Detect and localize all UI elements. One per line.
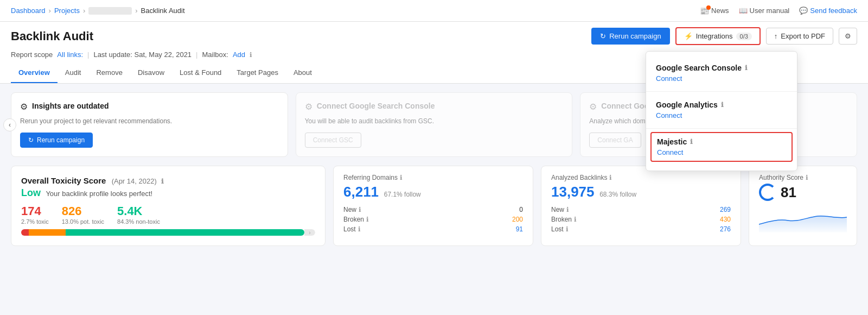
majestic-info-icon[interactable]: ℹ <box>690 138 693 146</box>
page-title: Backlink Audit <box>11 29 93 43</box>
insights-card-header: ⚙ Insights are outdated <box>20 102 279 112</box>
toxicity-red-label: 2.7% toxic <box>21 218 49 225</box>
tab-audit[interactable]: Audit <box>58 63 89 83</box>
connect-ga-button[interactable]: Connect GA <box>589 133 641 148</box>
toxicity-low-label: Low <box>21 187 41 198</box>
send-feedback-link[interactable]: 💬 Send feedback <box>799 7 857 15</box>
header-area: Backlink Audit ↻ Rerun campaign ⚡ Integr… <box>0 22 868 84</box>
header-actions: ↻ Rerun campaign ⚡ Integrations 0/3 ↑ Ex… <box>591 27 857 45</box>
ga-info-icon[interactable]: ℹ <box>721 101 724 109</box>
analyzed-backlinks-sub: 68.3% follow <box>599 191 636 198</box>
tab-disavow[interactable]: Disavow <box>130 63 172 83</box>
majestic-title-text: Majestic <box>657 137 687 146</box>
rerun-campaign-card-button[interactable]: ↻ Rerun campaign <box>20 133 93 148</box>
analyzed-backlinks-title: Analyzed Backlinks ℹ <box>551 174 731 181</box>
toxicity-info-icon[interactable]: ℹ <box>161 178 164 185</box>
rerun-campaign-button[interactable]: ↻ Rerun campaign <box>591 28 669 45</box>
referring-domains-info-icon[interactable]: ℹ <box>400 174 403 181</box>
ab-row-broken: Broken ℹ 430 <box>551 215 731 224</box>
gsc-connect-card-header: ⚙ Connect Google Search Console <box>305 102 564 112</box>
toxicity-title: Overall Toxicity Score (Apr 14, 2022) ℹ <box>21 176 315 185</box>
toxicity-stat-teal: 5.4K 84.3% non-toxic <box>117 204 160 225</box>
bottom-row: Overall Toxicity Score (Apr 14, 2022) ℹ … <box>11 166 857 246</box>
breadcrumb-sep2: › <box>83 7 85 15</box>
toxicity-stat-red: 174 2.7% toxic <box>21 204 49 225</box>
report-scope-link[interactable]: All links: <box>57 51 83 59</box>
gsc-connect-card: ⚙ Connect Google Search Console You will… <box>296 92 573 157</box>
ab-new-info[interactable]: ℹ <box>566 206 569 213</box>
news-link[interactable]: 📰 News <box>700 7 729 15</box>
rd-lost-info[interactable]: ℹ <box>358 225 361 233</box>
tab-target-pages[interactable]: Target Pages <box>229 63 286 83</box>
news-dot <box>706 5 711 10</box>
rd-broken-label-text: Broken <box>343 216 364 223</box>
ga-title-text: Google Analytics <box>656 100 718 109</box>
export-pdf-button[interactable]: ↑ Export to PDF <box>766 28 833 45</box>
send-feedback-label: Send feedback <box>810 7 857 15</box>
gsc-info-icon[interactable]: ℹ <box>745 64 748 72</box>
settings-button[interactable]: ⚙ <box>839 28 857 45</box>
dropdown-divider-2 <box>646 128 797 129</box>
ab-lost-label: Lost ℹ <box>551 225 569 233</box>
ab-broken-info[interactable]: ℹ <box>574 216 577 223</box>
stats-area: Referring Domains ℹ 6,211 67.1% follow N… <box>333 166 857 246</box>
rd-lost-value: 91 <box>516 225 523 233</box>
connect-gsc-button[interactable]: Connect GSC <box>305 133 361 148</box>
ga-title: Google Analytics ℹ <box>656 100 787 109</box>
toxicity-orange-label: 13.0% pot. toxic <box>62 218 104 225</box>
rd-new-label-text: New <box>343 206 356 213</box>
mailbox-info-icon[interactable]: ℹ <box>250 51 252 59</box>
prev-card-arrow[interactable]: ‹ <box>3 118 16 131</box>
user-manual-link[interactable]: 📖 User manual <box>739 7 790 15</box>
gsc-title: Google Search Console ℹ <box>656 64 787 72</box>
breadcrumb-page: Backlink Audit <box>141 7 185 15</box>
insights-card-footer: ↻ Rerun campaign <box>20 133 279 148</box>
authority-score-title-text: Authority Score <box>759 174 803 181</box>
progress-red <box>21 229 29 236</box>
manual-icon: 📖 <box>739 7 748 15</box>
integrations-button[interactable]: ⚡ Integrations 0/3 <box>675 27 761 45</box>
toxicity-orange-value: 826 <box>62 204 104 218</box>
integrations-label: Integrations <box>696 32 733 40</box>
rd-broken-value: 200 <box>512 216 523 223</box>
referring-domains-rows: New ℹ 0 Broken ℹ 200 <box>343 205 523 234</box>
ga-connect-link[interactable]: Connect <box>656 111 787 119</box>
toxicity-date: (Apr 14, 2022) <box>112 177 157 185</box>
breadcrumb-sep1: › <box>49 7 51 15</box>
tab-lost-found[interactable]: Lost & Found <box>172 63 229 83</box>
rd-lost-label-text: Lost <box>343 225 356 233</box>
ab-broken-value: 430 <box>720 216 731 223</box>
breadcrumb-projects[interactable]: Projects <box>54 7 80 15</box>
rerun-card-label: Rerun campaign <box>37 136 85 144</box>
breadcrumb-dashboard[interactable]: Dashboard <box>11 7 46 15</box>
mailbox-label: Mailbox: <box>202 51 228 59</box>
tab-overview[interactable]: Overview <box>11 63 58 83</box>
rd-broken-info[interactable]: ℹ <box>366 216 369 223</box>
tab-about[interactable]: About <box>286 63 320 83</box>
rerun-icon: ↻ <box>600 32 606 40</box>
mailbox-link[interactable]: Add <box>233 51 245 59</box>
analyzed-backlinks-info-icon[interactable]: ℹ <box>609 174 612 181</box>
authority-score-value-row: 81 <box>759 184 847 201</box>
insights-card-icon: ⚙ <box>20 102 28 112</box>
authority-mini-chart <box>759 205 847 232</box>
toxicity-progress-bar: › <box>21 229 315 236</box>
tab-remove[interactable]: Remove <box>88 63 130 83</box>
rd-new-info[interactable]: ℹ <box>359 206 361 213</box>
majestic-connect-link[interactable]: Connect <box>657 148 786 156</box>
ab-lost-value: 276 <box>720 225 731 233</box>
referring-domains-title-text: Referring Domains <box>343 174 398 181</box>
dropdown-item-gsc: Google Search Console ℹ Connect <box>646 58 797 88</box>
rd-new-value: 0 <box>519 206 523 213</box>
breadcrumb-blank <box>88 7 132 15</box>
toxicity-teal-label: 84.3% non-toxic <box>117 218 160 225</box>
gsc-connect-link[interactable]: Connect <box>656 74 787 83</box>
news-label: News <box>711 7 729 15</box>
ab-broken-label: Broken ℹ <box>551 216 577 223</box>
referring-domains-card: Referring Domains ℹ 6,211 67.1% follow N… <box>333 166 533 246</box>
dropdown-item-ga: Google Analytics ℹ Connect <box>646 95 797 125</box>
referring-domains-value: 6,211 <box>343 184 379 200</box>
authority-score-info-icon[interactable]: ℹ <box>806 174 808 181</box>
ab-lost-info[interactable]: ℹ <box>566 225 569 233</box>
authority-score-value: 81 <box>781 184 796 201</box>
